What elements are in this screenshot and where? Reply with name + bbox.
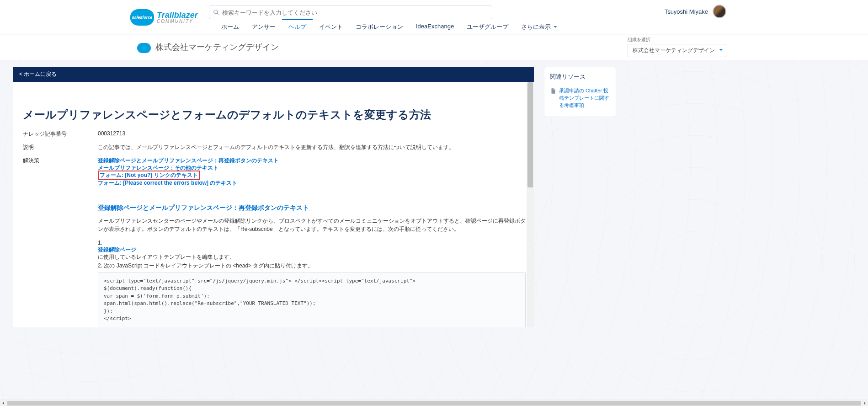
step-1: 1. 登録解除ページに使用しているレイアウトテンプレートを編集します。 xyxy=(98,240,526,261)
org-cloud-icon xyxy=(137,43,151,53)
section-1-heading: 登録解除ページとメールプリファレンスページ：再登録ボタンのテキスト xyxy=(98,204,526,212)
nav-ideaexchange[interactable]: IdeaExchange xyxy=(410,20,460,37)
document-icon xyxy=(550,87,556,95)
section-1-paragraph: メールプリファレンスセンターのページやメールの登録解除リンクから、プロスペクトが… xyxy=(98,217,526,233)
solution-links: 登録解除ページとメールプリファレンスページ：再登録ボタンのテキスト メールプリフ… xyxy=(98,157,526,327)
article-panel: < ホームに戻る メールプリファレンスページとフォームのデフォルトのテキストを変… xyxy=(13,67,534,327)
description-value: この記事では、メールプリファレンスページとフォームのデフォルトのテキストを更新す… xyxy=(98,144,526,151)
article-title: メールプリファレンスページとフォームのデフォルトのテキストを変更する方法 xyxy=(23,107,526,122)
org-bar: 株式会社マーケティングデザイン 組織を選択 株式会社マーケティングデザイン xyxy=(0,34,868,60)
search-icon xyxy=(213,9,219,16)
nav-collab[interactable]: コラボレーション xyxy=(349,20,410,37)
org-name: 株式会社マーケティングデザイン xyxy=(155,42,279,53)
scrollbar-thumb[interactable] xyxy=(527,82,533,187)
nav-usergroup[interactable]: ユーザグループ xyxy=(460,20,515,37)
related-resource-link[interactable]: 承認申請の Chatter 投稿テンプレートに関する考慮事項 xyxy=(559,87,610,109)
logo[interactable]: salesforce Trailblazer COMMUNITY xyxy=(130,9,198,26)
scrollbar-thumb[interactable] xyxy=(7,401,861,406)
org-select-label: 組織を選択 xyxy=(628,37,726,43)
chevron-down-icon xyxy=(554,25,557,29)
code-block: <script type="text/javascript" src="/js/… xyxy=(98,272,526,327)
nav-home[interactable]: ホーム xyxy=(215,20,245,37)
nav-event[interactable]: イベント xyxy=(313,20,349,37)
knowledge-number-label: ナレッジ記事番号 xyxy=(23,130,98,138)
solution-link-4[interactable]: フォーム: [Please correct the errors below] … xyxy=(98,179,526,187)
user-name-label: Tsuyoshi Miyake xyxy=(665,8,708,15)
main-nav: ホーム アンサー ヘルプ イベント コラボレーション IdeaExchange … xyxy=(215,20,564,37)
search-input[interactable] xyxy=(222,9,488,16)
related-resources-title: 関連リソース xyxy=(550,73,610,81)
step-2: 2. 次の JavaScript コードをレイアウトテンプレートの <head>… xyxy=(98,262,526,270)
unsubscribe-page-link[interactable]: 登録解除ページ xyxy=(98,246,526,253)
nav-more[interactable]: さらに表示 xyxy=(515,20,564,37)
top-bar: salesforce Trailblazer COMMUNITY ホーム アンサ… xyxy=(0,0,868,34)
org-select[interactable]: 株式会社マーケティングデザイン xyxy=(628,44,726,57)
chevron-down-icon xyxy=(719,48,723,52)
vertical-scrollbar[interactable] xyxy=(527,82,534,327)
scroll-right-arrow[interactable] xyxy=(862,400,868,406)
scrollbar-track[interactable] xyxy=(7,401,861,406)
related-resources-card: 関連リソース 承認申請の Chatter 投稿テンプレートに関する考慮事項 xyxy=(544,67,616,117)
user-menu[interactable]: Tsuyoshi Miyake xyxy=(665,5,726,18)
salesforce-cloud-icon: salesforce xyxy=(130,9,154,26)
scroll-left-arrow[interactable] xyxy=(0,400,6,406)
solution-link-1[interactable]: 登録解除ページとメールプリファレンスページ：再登録ボタンのテキスト xyxy=(98,157,526,164)
nav-answer[interactable]: アンサー xyxy=(245,20,282,37)
solution-link-3[interactable]: フォーム: [Not you?] リンクのテキスト xyxy=(98,171,526,179)
nav-help[interactable]: ヘルプ xyxy=(282,19,313,37)
avatar[interactable] xyxy=(713,5,726,18)
search-box[interactable] xyxy=(209,5,492,19)
back-link[interactable]: < ホームに戻る xyxy=(19,71,57,77)
horizontal-scrollbar[interactable] xyxy=(0,400,868,406)
back-banner: < ホームに戻る xyxy=(13,67,534,82)
trailblazer-logo-text: Trailblazer COMMUNITY xyxy=(157,11,198,24)
content-area: < ホームに戻る メールプリファレンスページとフォームのデフォルトのテキストを変… xyxy=(0,60,868,400)
knowledge-number-value: 000312713 xyxy=(98,130,526,138)
description-label: 説明 xyxy=(23,144,98,151)
solution-label: 解決策 xyxy=(23,157,98,327)
